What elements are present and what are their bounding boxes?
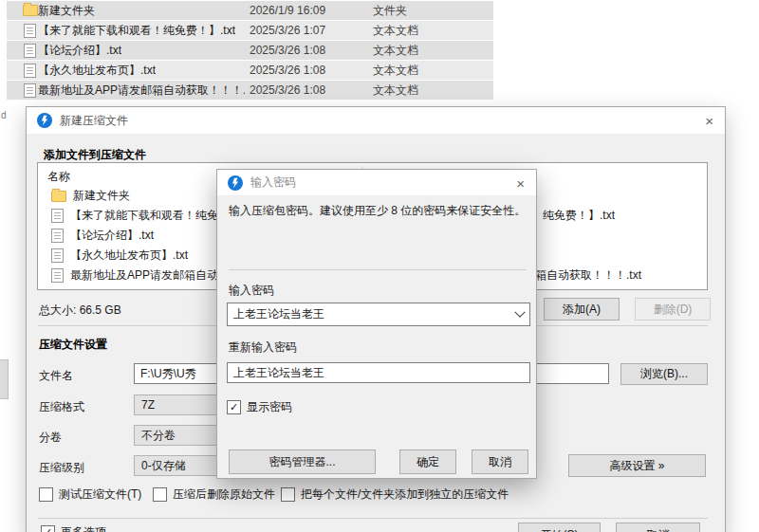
more-options-checkbox[interactable]: ✓ 更多选项 — [41, 524, 106, 532]
add-button[interactable]: 添加(A) — [544, 298, 620, 321]
file-date: 2025/3/26 1:08 — [250, 44, 325, 57]
folder-icon — [23, 5, 38, 16]
separate-archives-checkbox[interactable]: 把每个文件/文件夹添加到独立的压缩文件 — [281, 486, 509, 503]
filename-label: 文件名 — [39, 368, 73, 384]
advanced-settings-button[interactable]: 高级设置 » — [568, 454, 706, 477]
checkbox-unchecked — [153, 487, 167, 502]
bandizip-app-icon — [37, 113, 52, 128]
checkbox-label: 显示密码 — [247, 399, 292, 415]
file-row[interactable]: 【来了就能下载和观看！纯免费！】.txt 2025/3/26 1:07 文本文档 — [7, 21, 493, 40]
checkbox-checked: ✓ — [41, 525, 55, 532]
close-icon[interactable]: × — [516, 175, 525, 190]
bandizip-app-icon — [228, 175, 243, 191]
checkbox-label: 把每个文件/文件夹添加到独立的压缩文件 — [301, 486, 509, 503]
item-name-overflow: 箱自动获取！！！.txt — [535, 266, 641, 285]
level-label: 压缩级别 — [39, 460, 84, 476]
close-icon[interactable]: × — [705, 114, 713, 128]
password-manager-button[interactable]: 密码管理器... — [229, 449, 376, 474]
item-name: 【论坛介绍】.txt — [70, 228, 154, 244]
file-name: 【来了就能下载和观看！纯免费！】.txt — [38, 23, 235, 39]
file-type: 文本文档 — [373, 83, 418, 99]
checkbox-label: 测试压缩文件(T) — [59, 486, 141, 503]
archive-dialog-titlebar: 新建压缩文件 × — [27, 107, 725, 134]
add-files-section-title: 添加文件到压缩文件 — [44, 147, 146, 163]
delete-button: 删除(D) — [635, 298, 711, 321]
cancel-button[interactable]: 取消 — [472, 449, 528, 474]
cancel-button[interactable]: 取消 — [616, 523, 700, 532]
reenter-password-label: 重新输入密码 — [229, 339, 297, 356]
test-archive-checkbox[interactable]: 测试压缩文件(T) — [39, 486, 141, 503]
password-dialog-titlebar: 输入密码 × — [217, 170, 536, 195]
text-file-icon — [24, 64, 36, 78]
checkbox-label: 压缩后删除原始文件 — [173, 486, 275, 503]
stray-scrollbar-fragment — [0, 359, 9, 399]
password-value: 上老王论坛当老王 — [233, 306, 324, 322]
reenter-password-input[interactable]: 上老王论坛当老王 — [227, 362, 530, 383]
folder-icon — [51, 191, 66, 202]
archive-dialog-title: 新建压缩文件 — [60, 113, 128, 129]
file-type: 文件夹 — [373, 3, 407, 19]
text-file-icon — [51, 229, 64, 243]
password-hint-text: 输入压缩包密码。建议使用至少 8 位的密码来保证安全性。 — [229, 203, 528, 218]
checkbox-unchecked — [39, 487, 53, 502]
delete-original-checkbox[interactable]: 压缩后删除原始文件 — [153, 486, 275, 503]
checkbox-unchecked — [281, 487, 295, 502]
browse-button[interactable]: 浏览(B)... — [620, 363, 708, 385]
archive-list-item[interactable]: 【论坛介绍】.txt — [51, 226, 154, 246]
start-button[interactable]: 开始(S) — [518, 523, 601, 532]
file-row[interactable]: 【论坛介绍】.txt 2025/3/26 1:08 文本文档 — [7, 41, 493, 60]
show-password-checkbox[interactable]: ✓ 显示密码 — [227, 399, 292, 415]
file-row[interactable]: 最新地址及APP请发邮箱自动获取！！！.... 2025/3/26 1:08 文… — [7, 81, 493, 100]
item-name: 【永久地址发布页】.txt — [70, 248, 188, 264]
file-date: 2026/1/9 16:09 — [250, 4, 325, 17]
footer-divider — [38, 518, 708, 519]
stray-text-fragment: d — [1, 110, 7, 120]
file-name: 【永久地址发布页】.txt — [38, 63, 156, 79]
item-name: 新建文件夹 — [73, 188, 130, 204]
format-label: 压缩格式 — [39, 399, 84, 415]
text-file-icon — [24, 83, 36, 98]
archive-list-item[interactable]: 【永久地址发布页】.txt — [51, 246, 188, 266]
file-name: 最新地址及APP请发邮箱自动获取！！！.... — [38, 83, 245, 99]
archive-settings-section-title: 压缩文件设置 — [39, 337, 107, 353]
text-file-icon — [51, 268, 64, 283]
file-row[interactable]: 【永久地址发布页】.txt 2025/3/26 1:08 文本文档 — [7, 61, 493, 80]
text-file-icon — [51, 248, 64, 263]
password-combobox[interactable]: 上老王论坛当老王 — [227, 303, 530, 326]
file-date: 2025/3/26 1:08 — [250, 83, 325, 97]
checkbox-checked: ✓ — [227, 400, 241, 414]
file-name: 新建文件夹 — [38, 3, 95, 19]
file-type: 文本文档 — [373, 43, 418, 59]
desktop-screen: 新建文件夹 2026/1/9 16:09 文件夹 【来了就能下载和观看！纯免费！… — [0, 0, 759, 532]
file-type: 文本文档 — [373, 63, 418, 79]
archive-list-item[interactable]: 新建文件夹 — [51, 186, 130, 206]
chevron-down-icon[interactable] — [514, 306, 525, 317]
list-header-name[interactable]: 名称 — [47, 169, 70, 185]
password-dialog-title: 输入密码 — [250, 174, 296, 191]
file-name: 【论坛介绍】.txt — [38, 43, 121, 59]
password-divider — [229, 269, 527, 270]
file-type: 文本文档 — [373, 23, 418, 39]
file-date: 2025/3/26 1:07 — [250, 24, 325, 37]
total-size-label: 总大小: 66.5 GB — [39, 303, 121, 319]
item-name-overflow: 纯免费！】.txt — [543, 206, 615, 226]
volume-label: 分卷 — [39, 430, 62, 446]
ok-button[interactable]: 确定 — [399, 449, 456, 474]
checkbox-label: 更多选项 — [61, 524, 106, 532]
text-file-icon — [24, 44, 36, 58]
enter-password-label: 输入密码 — [229, 283, 274, 299]
enter-password-dialog: 输入密码 × 输入压缩包密码。建议使用至少 8 位的密码来保证安全性。 输入密码… — [216, 169, 537, 479]
text-file-icon — [51, 209, 64, 223]
file-row[interactable]: 新建文件夹 2026/1/9 16:09 文件夹 — [7, 1, 493, 20]
file-date: 2025/3/26 1:08 — [250, 64, 325, 77]
text-file-icon — [24, 24, 36, 38]
